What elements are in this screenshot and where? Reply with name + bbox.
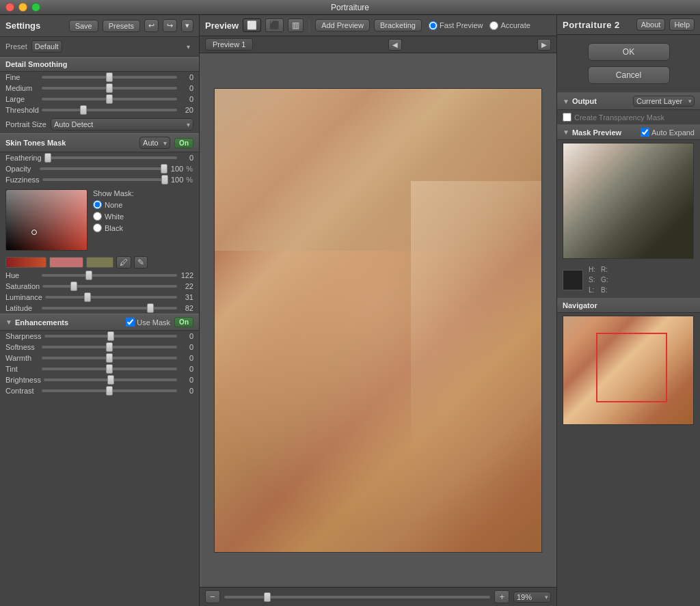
accurate-label: Accurate (489, 21, 530, 30)
portrait-size-select[interactable]: Auto Detect (51, 118, 193, 130)
softness-slider[interactable] (42, 346, 177, 348)
view-split-v-button[interactable]: ▥ (288, 18, 304, 32)
header-separator (309, 19, 310, 31)
radio-black[interactable] (93, 223, 102, 232)
preview-image-area (200, 53, 556, 587)
transparency-label: Create Transparency Mask (574, 113, 664, 122)
threshold-slider[interactable] (42, 109, 177, 111)
save-button[interactable]: Save (69, 20, 98, 32)
use-mask-checkbox[interactable] (126, 318, 135, 327)
minimize-btn[interactable] (18, 3, 27, 12)
sharpness-slider[interactable] (44, 335, 178, 338)
fuzziness-slider-row: Fuzziness 100 % (0, 174, 199, 185)
zoom-out-button[interactable]: − (205, 590, 220, 603)
enhancements-on-button[interactable]: On (174, 317, 193, 327)
about-button[interactable]: About (636, 18, 666, 31)
dropdown-button[interactable]: ▾ (181, 19, 193, 32)
skin-on-button[interactable]: On (174, 138, 193, 148)
output-select[interactable]: Current Layer (633, 96, 695, 107)
latitude-slider[interactable] (42, 307, 177, 309)
output-title: ▼ Output (563, 97, 629, 105)
output-section: ▼ Output Current Layer Create Transparen… (557, 92, 700, 124)
swatch-olive[interactable] (86, 257, 113, 268)
brightness-slider[interactable] (44, 378, 177, 381)
transparency-checkbox[interactable] (563, 113, 571, 122)
view-split-h-button[interactable]: ⬛ (265, 18, 284, 32)
preview-header: Preview ⬜ ⬛ ▥ Add Preview Bracketing Fas… (200, 15, 556, 36)
warmth-slider[interactable] (42, 357, 177, 359)
skin-tones-title: Skin Tones Mask (5, 139, 135, 147)
tint-value: 0 (180, 365, 193, 373)
swatch-pink[interactable] (49, 257, 83, 268)
radio-white[interactable] (93, 212, 102, 221)
skin-auto-select[interactable]: Auto (139, 137, 170, 149)
hue-slider[interactable] (42, 274, 177, 277)
ok-button[interactable]: OK (588, 43, 670, 61)
mask-preview-triangle-icon: ▼ (563, 128, 569, 136)
swatch-gradient[interactable] (5, 257, 46, 268)
preview-image (214, 88, 542, 553)
redo-button[interactable]: ↪ (163, 19, 177, 32)
color-gradient-picker[interactable] (5, 189, 88, 251)
show-mask-area: Show Mask: None White Black (93, 189, 134, 251)
enhancements-title: ▼ Enhancements (5, 318, 122, 327)
preview-tab-1[interactable]: Preview 1 (205, 38, 253, 51)
softness-value: 0 (180, 343, 193, 351)
fine-slider[interactable] (42, 76, 177, 79)
eyedropper-button[interactable]: 🖊 (116, 256, 131, 268)
add-preview-button[interactable]: Add Preview (315, 19, 370, 31)
feathering-slider[interactable] (44, 156, 178, 159)
saturation-slider-row: Saturation 22 (0, 281, 199, 292)
eyedropper2-button[interactable]: ✎ (134, 256, 148, 268)
zoom-in-button[interactable]: + (494, 590, 509, 603)
contrast-value: 0 (180, 387, 193, 395)
zoom-slider-thumb[interactable] (264, 592, 271, 602)
mask-color-swatch (563, 270, 583, 290)
radio-white-label: White (105, 212, 124, 221)
bracketing-button[interactable]: Bracketing (374, 19, 422, 31)
warmth-value: 0 (180, 354, 193, 362)
opacity-slider[interactable] (40, 167, 167, 170)
cancel-button[interactable]: Cancel (588, 66, 670, 84)
latitude-value: 82 (180, 304, 193, 312)
fuzziness-slider[interactable] (42, 178, 168, 181)
navigator-viewport (596, 333, 668, 403)
maximize-btn[interactable] (31, 3, 40, 12)
view-single-button[interactable]: ⬜ (243, 18, 261, 32)
feathering-value: 0 (180, 154, 193, 162)
mask-preview-title: ▼ Mask Preview (563, 128, 636, 137)
warmth-label: Warmth (5, 354, 39, 362)
large-slider[interactable] (42, 98, 177, 100)
mask-preview-header: ▼ Mask Preview Auto Expand (557, 125, 700, 140)
contrast-slider[interactable] (42, 389, 177, 392)
preset-row: Preset Default (0, 37, 199, 57)
next-arrow[interactable]: ▶ (537, 39, 551, 51)
close-btn[interactable] (5, 3, 14, 12)
auto-expand-checkbox[interactable] (641, 128, 649, 137)
zoom-value-select[interactable]: 19% (513, 592, 551, 603)
preset-select[interactable]: Default (31, 40, 62, 53)
help-button[interactable]: Help (669, 18, 695, 31)
use-mask-label: Use Mask (126, 318, 170, 327)
fast-preview-radio[interactable] (429, 21, 438, 30)
luminance-slider[interactable] (45, 296, 177, 299)
radio-none[interactable] (93, 200, 102, 209)
tint-slider[interactable] (42, 368, 177, 370)
accurate-radio[interactable] (489, 21, 498, 30)
zoom-slider-track (224, 596, 491, 598)
medium-slider[interactable] (42, 87, 177, 89)
navigator-image[interactable] (563, 316, 694, 425)
transparency-row: Create Transparency Mask (557, 110, 700, 124)
feathering-slider-row: Feathering 0 (0, 152, 199, 163)
latitude-label: Latitude (5, 304, 39, 312)
enhancements-header: ▼ Enhancements Use Mask On (0, 314, 199, 331)
tint-label: Tint (5, 365, 39, 373)
threshold-value: 20 (180, 106, 193, 114)
saturation-slider[interactable] (42, 285, 177, 288)
fine-slider-row: Fine 0 (0, 72, 199, 83)
preset-select-wrap: Default (31, 40, 193, 53)
presets-button[interactable]: Presets (103, 20, 140, 32)
undo-button[interactable]: ↩ (144, 19, 159, 32)
prev-arrow[interactable]: ◀ (388, 39, 402, 51)
auto-expand-label: Auto Expand (641, 128, 695, 137)
